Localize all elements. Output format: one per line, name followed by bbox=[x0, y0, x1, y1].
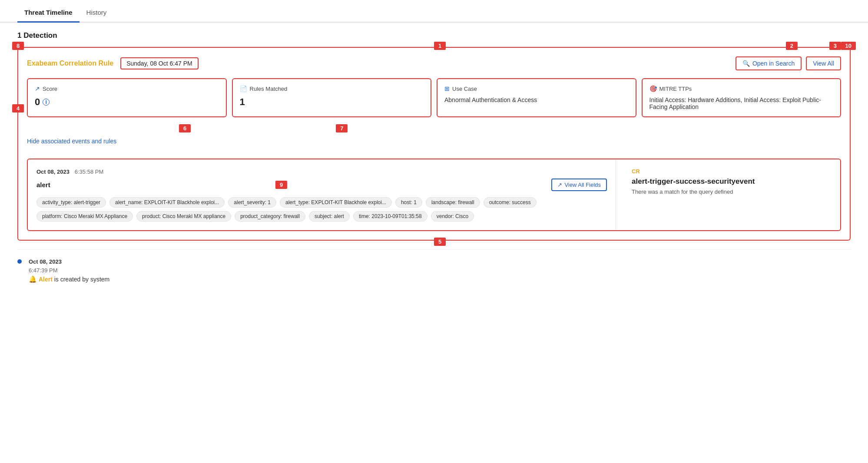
tag-activity-type: activity_type: alert-trigger bbox=[36, 197, 106, 208]
alert-link[interactable]: Alert bbox=[39, 276, 53, 283]
event-type: alert bbox=[36, 181, 50, 189]
bottom-event-content: Oct 08, 2023 6:47:39 PM 🔔 Alert is creat… bbox=[29, 258, 109, 283]
target-icon: 🎯 bbox=[649, 85, 657, 92]
cr-title: alert-trigger-success-securityevent bbox=[632, 177, 832, 186]
open-in-search-label: Open in Search bbox=[752, 60, 795, 67]
mitre-box: 🎯 MITRE TTPs Initial Access: Hardware Ad… bbox=[642, 78, 841, 117]
badge-7: 7 bbox=[336, 124, 348, 132]
score-value: 0 i bbox=[35, 96, 219, 108]
tag-landscape: landscape: firewall bbox=[426, 197, 480, 208]
badge-1: 1 bbox=[434, 42, 446, 50]
tag-product: product: Cisco Meraki MX appliance bbox=[136, 211, 231, 222]
rules-matched-value: 1 bbox=[240, 96, 424, 108]
detection-card: 1 2 3 Exabeam Correlation Rule Sunday, 0… bbox=[17, 47, 851, 241]
tag-platform: platform: Cisco Meraki MX Appliance bbox=[36, 211, 133, 222]
tab-history[interactable]: History bbox=[80, 4, 114, 23]
external-icon: ↗ bbox=[557, 182, 562, 188]
card-top-row: Exabeam Correlation Rule Sunday, 08 Oct … bbox=[27, 56, 841, 70]
cr-description: There was a match for the query defined bbox=[632, 189, 832, 195]
badge-5: 5 bbox=[434, 238, 446, 246]
hide-events-link[interactable]: Hide associated events and rules bbox=[27, 138, 116, 145]
bottom-event-row: Oct 08, 2023 6:47:39 PM 🔔 Alert is creat… bbox=[17, 249, 851, 291]
tag-host: host: 1 bbox=[395, 197, 422, 208]
mitre-value: Initial Access: Hardware Additions, Init… bbox=[649, 96, 834, 110]
tag-subject: subject: alert bbox=[309, 211, 350, 222]
detection-count: 1 Detection bbox=[17, 31, 851, 40]
tag-vendor: vendor: Cisco bbox=[431, 211, 474, 222]
tag-alert-type: alert_type: EXPLOIT-KIT Blackhole exploi… bbox=[280, 197, 392, 208]
badge-2: 2 bbox=[786, 42, 798, 50]
badge-3: 3 bbox=[829, 42, 841, 50]
event-left: Oct 08, 2023 6:35:58 PM alert 9 ↗ View A… bbox=[28, 159, 616, 230]
tabs-container: Threat Timeline History bbox=[0, 0, 868, 23]
bottom-event-date: Oct 08, 2023 6:47:39 PM bbox=[29, 258, 109, 274]
badge-6: 6 bbox=[179, 124, 191, 132]
bell-icon: 🔔 bbox=[29, 275, 37, 283]
tag-time: time: 2023-10-09T01:35:58 bbox=[353, 211, 427, 222]
bottom-event-text: 🔔 Alert is created by system bbox=[29, 275, 109, 283]
event-date: Oct 08, 2023 bbox=[36, 169, 70, 175]
badge-9: 9 bbox=[275, 181, 287, 189]
score-label: ↗ Score bbox=[35, 85, 219, 92]
metrics-row: 4 ↗ Score 0 i 📄 Rules Matched 1 bbox=[27, 78, 841, 117]
view-all-fields-label: View All Fields bbox=[564, 182, 601, 188]
doc-icon: 📄 bbox=[240, 85, 247, 92]
tags-container: activity_type: alert-trigger alert_name:… bbox=[36, 197, 607, 222]
event-time: 6:35:58 PM bbox=[75, 169, 104, 175]
page-content: 1 Detection 1 2 3 Exabeam Correlation Ru… bbox=[0, 23, 868, 300]
datetime-badge: Sunday, 08 Oct 6:47 PM bbox=[120, 57, 199, 69]
rules-matched-box: 📄 Rules Matched 1 bbox=[232, 78, 432, 117]
score-box: ↗ Score 0 i bbox=[27, 78, 227, 117]
events-section: 8 Oct 08, 2023 6:35:58 PM alert 9 ↗ View… bbox=[27, 159, 841, 231]
blue-dot bbox=[17, 259, 22, 264]
tag-alert-name: alert_name: EXPLOIT-KIT Blackhole exploi… bbox=[109, 197, 225, 208]
event-meta: Oct 08, 2023 6:35:58 PM bbox=[36, 168, 103, 175]
use-case-label: ⊞ Use Case bbox=[444, 85, 629, 92]
tab-threat-timeline[interactable]: Threat Timeline bbox=[17, 4, 80, 23]
rules-matched-label: 📄 Rules Matched bbox=[240, 85, 424, 92]
trend-icon: ↗ bbox=[35, 85, 40, 92]
info-icon: i bbox=[43, 99, 50, 106]
mitre-label: 🎯 MITRE TTPs bbox=[649, 85, 834, 92]
use-case-box: 5 ⊞ Use Case Abnormal Authentication & A… bbox=[437, 78, 636, 117]
layers-icon: ⊞ bbox=[444, 85, 450, 92]
cr-label: CR bbox=[632, 168, 832, 175]
bottom-event-rest: is created by system bbox=[53, 276, 110, 283]
badge-4: 4 bbox=[12, 104, 24, 112]
event-right: 10 CR alert-trigger-success-securityeven… bbox=[623, 159, 840, 230]
tag-alert-severity: alert_severity: 1 bbox=[228, 197, 276, 208]
bottom-event-time: 6:47:39 PM bbox=[29, 267, 58, 274]
view-all-button[interactable]: View All bbox=[806, 56, 841, 70]
open-in-search-button[interactable]: 🔍 Open in Search bbox=[735, 56, 802, 70]
view-all-fields-button[interactable]: ↗ View All Fields bbox=[551, 179, 607, 191]
search-icon: 🔍 bbox=[742, 60, 750, 67]
tag-outcome: outcome: success bbox=[484, 197, 537, 208]
tag-product-category: product_category: firewall bbox=[235, 211, 305, 222]
use-case-value: Abnormal Authentication & Access bbox=[444, 96, 629, 103]
rule-title: Exabeam Correlation Rule bbox=[27, 60, 113, 67]
top-buttons: 🔍 Open in Search View All bbox=[735, 56, 841, 70]
title-datetime: Exabeam Correlation Rule Sunday, 08 Oct … bbox=[27, 57, 199, 69]
